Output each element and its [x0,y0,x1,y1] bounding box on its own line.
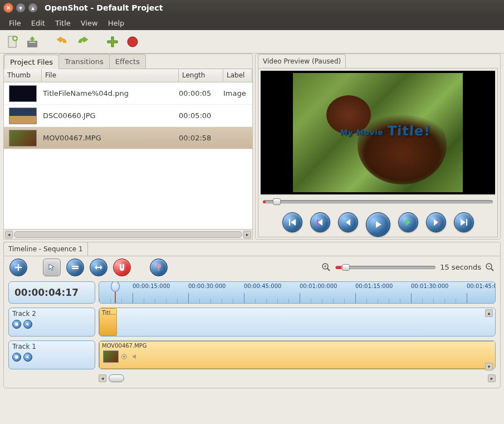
timeline-hscrollbar[interactable]: ◂ ▸ [99,373,496,384]
ruler-tick-label: 00:00:45:000 [244,283,281,289]
col-header-label[interactable]: Label [223,69,252,82]
clip-visible-icon[interactable] [120,353,128,360]
track-visible-icon[interactable] [12,320,21,329]
svg-point-3 [128,37,138,47]
timeline-clip[interactable]: Titl... [99,308,117,336]
tab-project-files[interactable]: Project Files [4,55,59,69]
track-audio-icon[interactable] [23,353,32,362]
window-maximize-button[interactable]: ▴ [28,3,38,13]
file-name: DSC00660.JPG [42,111,179,120]
scroll-thumb[interactable] [109,374,124,382]
pointer-tool-button[interactable] [43,259,61,276]
zoom-out-icon[interactable] [486,263,495,272]
preview-title-overlay: My Movie Title! [340,123,432,139]
file-name: TitleFileName%04d.png [42,89,179,98]
video-preview[interactable]: My Movie Title! [261,71,495,194]
marker-button[interactable] [150,259,168,276]
scroll-right-icon[interactable]: ▸ [243,231,251,238]
timeline-ruler[interactable]: 00:00:15:00000:00:30:00000:00:45:00000:0… [99,281,496,304]
ruler-tick-label: 00:01:30:000 [411,283,448,289]
scroll-left-icon[interactable]: ◂ [99,374,106,382]
menu-file[interactable]: File [4,17,26,30]
track-body[interactable]: MOV00467.MPG [99,340,496,369]
fast-forward-button[interactable] [398,212,418,232]
seek-marker-icon [263,201,266,203]
timeline-clip[interactable]: MOV00467.MPG [99,341,496,369]
tab-effects[interactable]: Effects [109,54,146,69]
add-button[interactable] [105,34,120,50]
add-track-button[interactable] [9,259,27,276]
menu-edit[interactable]: Edit [27,17,50,30]
tab-transitions[interactable]: Transitions [58,54,110,69]
zoom-in-icon[interactable] [322,263,331,272]
menu-view[interactable]: View [76,17,102,30]
project-files-table: Thumb File Length Label TitleFileName%04… [4,69,252,229]
timeline-current-time: 00:00:04:17 [8,281,95,304]
save-button[interactable] [25,34,40,50]
zoom-slider[interactable] [335,265,436,270]
clip-label: Titl... [100,309,116,317]
ruler-tick-label: 00:01:15:000 [355,283,393,289]
new-file-button[interactable] [4,34,20,50]
col-header-thumb[interactable]: Thumb [4,69,42,82]
scroll-left-icon[interactable]: ◂ [5,231,13,238]
window-title: OpenShot - Default Project [45,3,163,12]
next-marker-button[interactable] [426,212,446,232]
track-header[interactable]: Track 2 [8,308,95,337]
project-files-hscrollbar[interactable]: ◂ ▸ [4,229,252,239]
ruler-tick-label: 00:01:00:000 [300,283,337,289]
seek-slider[interactable] [263,200,493,206]
file-row[interactable]: DSC00660.JPG 00:05:00 [4,105,252,127]
file-length: 00:05:00 [179,111,223,120]
timeline-panel: Timeline - Sequence 1 15 seconds 00:00:0… [3,242,501,388]
seek-handle[interactable] [273,198,281,205]
col-header-file[interactable]: File [42,69,179,82]
ruler-tick-label: 00:00:15:000 [133,283,170,289]
track-body[interactable]: Titl... [99,308,496,337]
play-button[interactable] [366,212,390,237]
col-header-length[interactable]: Length [179,69,223,82]
svg-line-15 [491,269,493,271]
svg-line-11 [327,269,330,271]
skip-end-button[interactable] [454,212,474,232]
playhead[interactable] [115,282,116,304]
prev-marker-button[interactable] [310,212,330,232]
rewind-button[interactable] [338,212,358,232]
resize-tool-button[interactable] [90,259,107,276]
clip-audio-icon[interactable] [131,353,139,360]
project-panel: Project Files Transitions Effects Thumb … [3,53,253,240]
skip-start-button[interactable] [282,212,302,232]
snap-button[interactable] [113,259,131,276]
menu-help[interactable]: Help [104,17,129,30]
preview-panel: Video Preview (Paused) My Movie Title! [255,53,501,240]
file-row[interactable]: MOV00467.MPG 00:02:58 [4,127,252,149]
undo-button[interactable] [55,34,70,50]
preview-label: Video Preview (Paused) [258,54,346,68]
clip-label: MOV00467.MPG [100,342,496,350]
svg-rect-2 [29,42,36,43]
window-close-button[interactable]: ✕ [3,3,13,13]
menu-title[interactable]: Title [51,17,75,30]
svg-rect-5 [438,219,439,226]
window-titlebar: ✕ ▾ ▴ OpenShot - Default Project [0,0,504,16]
scroll-up-icon[interactable]: ▴ [485,309,493,317]
redo-button[interactable] [75,34,90,50]
track-header[interactable]: Track 1 [8,340,95,369]
scroll-thumb[interactable] [14,231,242,238]
timeline-vscrollbar[interactable]: ▴ ▾ [485,309,493,371]
playhead-handle-icon[interactable] [111,281,120,292]
scroll-right-icon[interactable]: ▸ [488,374,496,382]
scroll-down-icon[interactable]: ▾ [485,363,493,371]
file-label: Image [223,89,252,98]
window-minimize-button[interactable]: ▾ [16,3,26,13]
razor-tool-button[interactable] [66,259,84,276]
file-row[interactable]: TitleFileName%04d.png 00:00:05 Image [4,82,252,105]
track-name: Track 1 [12,343,91,350]
record-button[interactable] [125,34,140,50]
svg-point-8 [156,264,161,268]
track-visible-icon[interactable] [12,353,21,362]
ruler-tick-label: 00:01:45:000 [467,283,496,289]
file-length: 00:00:05 [179,89,223,98]
track-audio-icon[interactable] [23,320,32,329]
timeline-track: Track 2 Titl... [8,308,496,337]
